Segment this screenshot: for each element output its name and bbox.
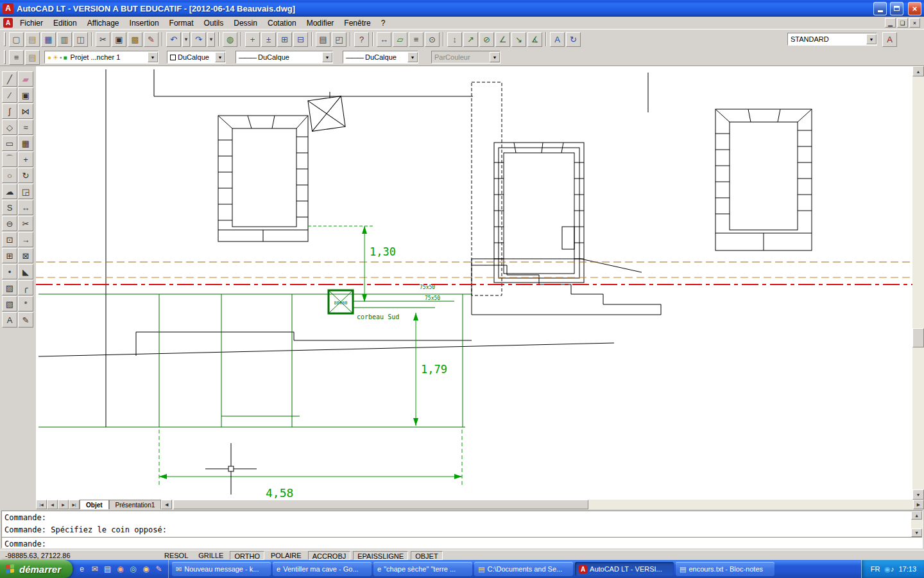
scale-tool-icon[interactable]: ◲ [18, 184, 33, 199]
taskbar-task-5[interactable]: ▤encours.txt - Bloc-notes [676, 562, 774, 576]
scroll-up-icon[interactable]: ▲ [911, 511, 922, 520]
menu-item-edition[interactable]: Edition [48, 17, 82, 29]
array-tool-icon[interactable]: ▦ [18, 136, 33, 151]
extend-tool-icon[interactable]: → [18, 232, 33, 247]
scroll-down-icon[interactable]: ▼ [912, 489, 924, 500]
polyline-tool-icon[interactable]: ∫ [2, 103, 17, 119]
ground-lines[interactable] [38, 332, 614, 356]
chamfer-tool-icon[interactable]: ◣ [18, 264, 33, 279]
paste-icon[interactable]: ▩ [128, 32, 142, 47]
show-desktop-icon[interactable]: ▤ [103, 565, 112, 574]
firefox-icon[interactable]: ◉ [141, 565, 151, 574]
horizontal-scrollbar[interactable]: ◀ ▶ [161, 500, 924, 509]
status-toggle-accrobj[interactable]: ACCROBJ [308, 551, 351, 560]
clock[interactable]: 17:13 [898, 565, 916, 573]
chevron-down-icon[interactable]: ▼ [407, 52, 418, 62]
doc-restore-button[interactable]: ❏ [897, 18, 908, 28]
dim-tolerance-icon[interactable]: ∡ [527, 32, 542, 47]
menu-item-dessin[interactable]: Dessin [228, 17, 262, 29]
toolbar-grip[interactable] [4, 32, 6, 46]
zoom-realtime-icon[interactable]: ± [261, 32, 276, 47]
erase-tool-icon[interactable]: ▰ [18, 71, 33, 87]
edit-polyline-tool-icon[interactable]: ✎ [18, 312, 33, 328]
drawing-document-icon[interactable]: A [3, 18, 13, 28]
copy-icon[interactable]: ▣ [112, 32, 126, 47]
dim-leader-icon[interactable]: ↘ [511, 32, 526, 47]
make-block-tool-icon[interactable]: ⊞ [2, 248, 17, 263]
redo-icon[interactable]: ↷ [191, 32, 206, 47]
internet-explorer-icon[interactable]: e [77, 565, 87, 574]
tab-nav-button-1[interactable]: ◀ [47, 500, 58, 509]
undo-icon[interactable]: ↶ [166, 32, 181, 47]
stretch-tool-icon[interactable]: ↔ [18, 200, 33, 215]
rotate-tool-icon[interactable]: ↻ [18, 168, 33, 183]
window-right[interactable] [715, 109, 812, 250]
rectangle-tool-icon[interactable]: ▭ [2, 136, 17, 151]
text-style-icon[interactable]: A [882, 32, 897, 47]
dim-style-combo[interactable]: STANDARD ▼ [787, 33, 877, 46]
area-icon[interactable]: ▱ [393, 32, 407, 47]
properties-icon[interactable]: ▤ [316, 32, 330, 47]
insert-block-tool-icon[interactable]: ⊡ [2, 232, 17, 247]
hatch-tool-icon[interactable]: ▨ [2, 280, 17, 295]
window-left[interactable] [218, 116, 308, 241]
print-preview-icon[interactable]: ◫ [73, 32, 88, 47]
beam-size-label-1[interactable]: 75x50 [420, 285, 435, 290]
cut-icon[interactable]: ✂ [96, 32, 110, 47]
dim-linear-icon[interactable]: ↕ [447, 32, 462, 47]
lineweight-combo[interactable]: ——— DuCalque ▼ [343, 51, 418, 64]
corbeau-text[interactable]: corbeau Sud [357, 313, 399, 320]
undo-list-icon[interactable]: ▾ [182, 32, 190, 47]
break-tool-icon[interactable]: ⊠ [18, 248, 33, 263]
volume-icon[interactable]: ♪ [891, 565, 894, 573]
offset-tool-icon[interactable]: ≈ [18, 119, 33, 135]
save-icon[interactable]: ▦ [41, 32, 56, 47]
move-tool-icon[interactable]: + [18, 152, 33, 167]
status-toggle-objet[interactable]: OBJET [411, 551, 442, 560]
status-toggle-grille[interactable]: GRILLE [194, 551, 227, 560]
menu-item-format[interactable]: Format [164, 17, 199, 29]
help-icon[interactable]: ? [354, 32, 369, 47]
hidden-outline[interactable] [472, 82, 502, 295]
horizontal-scroll-thumb[interactable] [173, 500, 588, 509]
mtext-tool-icon[interactable]: A [2, 312, 17, 328]
spline-tool-icon[interactable]: S [2, 200, 17, 215]
tab-nav-button-3[interactable]: ▶| [69, 500, 80, 509]
taskbar-task-1[interactable]: eVentiller ma cave - Go... [273, 562, 372, 576]
circle-tool-icon[interactable]: ○ [2, 168, 17, 183]
construction-line-tool-icon[interactable]: ∕ [2, 87, 17, 103]
mirror-tool-icon[interactable]: ⋈ [18, 103, 33, 119]
dim-angular-icon[interactable]: ∠ [495, 32, 510, 47]
trim-tool-icon[interactable]: ✂ [18, 216, 33, 231]
dimension-horizontal[interactable]: 4,58 [159, 430, 462, 500]
layers-icon[interactable]: ≡ [9, 50, 24, 65]
outlook-express-icon[interactable]: ✉ [90, 565, 99, 574]
doc-minimize-button[interactable]: ▁ [885, 18, 896, 28]
point-tool-icon[interactable]: • [2, 264, 17, 279]
ellipse-tool-icon[interactable]: ⊖ [2, 216, 17, 231]
scroll-down-icon[interactable]: ▼ [911, 529, 922, 537]
scroll-left-icon[interactable]: ◀ [161, 500, 172, 509]
locate-point-icon[interactable]: ⊙ [425, 32, 440, 47]
line-tool-icon[interactable]: ╱ [2, 71, 17, 87]
menu-item-fichier[interactable]: Fichier [15, 17, 48, 29]
dim-radius-icon[interactable]: ⊘ [479, 32, 494, 47]
color-combo[interactable]: DuCalque ▼ [167, 51, 226, 64]
explode-tool-icon[interactable]: * [18, 296, 33, 311]
restore-button[interactable] [890, 2, 903, 15]
status-toggle-resol[interactable]: RESOL [160, 551, 192, 560]
menu-item-outils[interactable]: Outils [199, 17, 229, 29]
taskbar-task-4[interactable]: AAutoCAD LT - VERSI... [575, 562, 674, 576]
arc-tool-icon[interactable]: ⌒ [2, 152, 17, 167]
redo-list-icon[interactable]: ▾ [207, 32, 215, 47]
polygon-tool-icon[interactable]: ◇ [2, 119, 17, 135]
status-toggle-polaire[interactable]: POLAIRE [267, 551, 305, 560]
status-toggle-ortho[interactable]: ORTHO [230, 551, 264, 560]
list-icon[interactable]: ≡ [409, 32, 424, 47]
vertical-scroll-track[interactable] [912, 76, 924, 489]
region-tool-icon[interactable]: ▧ [2, 296, 17, 311]
command-input-line[interactable]: Commande: [4, 538, 46, 550]
revision-cloud-tool-icon[interactable]: ☁ [2, 184, 17, 199]
tab-nav-button-0[interactable]: |◀ [36, 500, 47, 509]
minimize-button[interactable] [873, 2, 887, 15]
